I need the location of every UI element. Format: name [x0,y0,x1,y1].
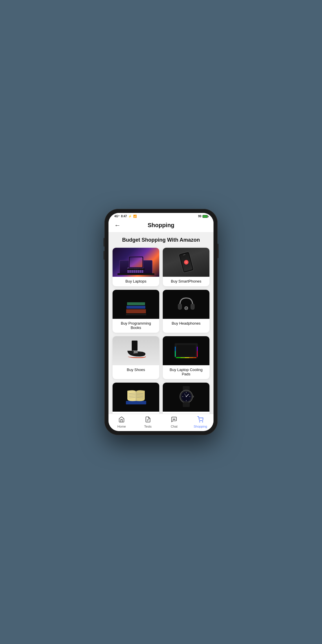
phone-device: 4G⁺ 8:47 ⚡ 📶 99 ← Shopping Budget Shoppi… [104,209,218,435]
card-smartphones[interactable]: Buy SmartPhones [163,248,209,286]
card-image-books2 [113,383,159,412]
card-image-headphones [163,290,209,319]
card-label-books2: Buy Books [113,412,159,414]
card-image-laptops [113,248,159,277]
card-image-smartphones [163,248,209,277]
back-button[interactable]: ← [114,222,121,229]
card-laptops[interactable]: Buy Laptops [113,248,159,286]
card-cooling-pads[interactable]: Buy Laptop Cooling Pads [163,336,209,379]
status-bar: 4G⁺ 8:47 ⚡ 📶 99 [108,213,214,219]
card-label-programming-books: Buy Programming Books [113,319,159,333]
power-button [218,244,218,258]
product-grid: Buy Laptops Bu [113,248,209,414]
card-headphones[interactable]: Buy Headphones [163,290,209,333]
battery-percent: 99 [198,215,201,218]
volume-down-button [104,251,104,260]
wifi-indicator: 📶 [133,215,137,218]
nav-label-shopping: Shopping [194,425,207,428]
nav-item-tests[interactable]: Tests [135,416,161,428]
card-image-watches [163,383,209,412]
tests-icon [145,416,151,424]
nav-item-home[interactable]: Home [108,416,135,428]
card-label-headphones: Buy Headphones [163,319,209,328]
status-left: 4G⁺ 8:47 ⚡ 📶 [114,215,137,218]
cart-icon [197,416,204,424]
battery-icon [202,215,208,218]
svg-rect-41 [192,396,194,397]
svg-rect-4 [178,304,182,309]
shoe-svg [122,341,151,361]
phone-screen: 4G⁺ 8:47 ⚡ 📶 99 ← Shopping Budget Shoppi… [108,213,214,431]
svg-point-48 [199,422,200,422]
svg-rect-5 [191,304,194,309]
time-display: 8:47 [121,215,127,218]
svg-point-47 [175,419,175,419]
svg-rect-1 [130,257,142,267]
app-header: ← Shopping [108,219,214,232]
card-image-shoes [113,336,159,365]
content-area: Budget Shopping With Amazon [108,232,214,414]
svg-point-49 [202,422,203,422]
card-image-books [113,290,159,319]
open-book-svg [124,388,148,407]
svg-rect-42 [183,402,190,407]
card-books2[interactable]: Buy Books [113,383,159,414]
phone-device-icon [178,251,194,273]
volume-up-button [104,238,104,247]
card-shoes[interactable]: Buy Shoes [113,336,159,379]
page-title: Shopping [148,222,174,229]
card-label-shoes: Buy Shoes [113,365,159,375]
home-icon [118,416,125,424]
status-right: 99 [198,215,208,218]
card-label-watches: Buy Watches [163,412,209,414]
card-image-cooling [163,336,209,365]
watch-svg [178,386,195,409]
svg-line-9 [133,353,138,353]
svg-rect-21 [126,401,146,404]
nav-item-shopping[interactable]: Shopping [187,416,214,428]
svg-rect-7 [132,341,138,351]
section-title: Budget Shopping With Amazon [113,237,209,243]
bottom-nav: Home Tests [108,414,214,431]
card-label-smartphones: Buy SmartPhones [163,277,209,286]
headphones-svg [176,294,196,314]
card-label-laptops: Buy Laptops [113,277,159,286]
nav-label-tests: Tests [144,425,152,428]
svg-line-8 [134,352,138,352]
card-watches[interactable]: Buy Watches [163,383,209,414]
svg-rect-20 [177,345,196,356]
svg-rect-3 [134,269,138,269]
signal-indicator: 4G⁺ [114,215,120,218]
card-label-cooling-pads: Buy Laptop Cooling Pads [163,365,209,379]
nav-label-chat: Chat [171,425,178,428]
svg-point-46 [174,419,174,419]
nav-item-chat[interactable]: Chat [161,416,187,428]
laptop-svg [127,255,145,275]
card-programming-books[interactable]: Buy Programming Books [113,290,159,333]
book-stack-icon [126,302,146,315]
chat-icon [171,416,177,424]
usb-indicator: ⚡ [128,215,132,218]
phone-mini-screen [180,253,193,272]
cooling-pad-svg [173,341,199,361]
svg-point-45 [173,419,174,419]
nav-label-home: Home [117,425,126,428]
